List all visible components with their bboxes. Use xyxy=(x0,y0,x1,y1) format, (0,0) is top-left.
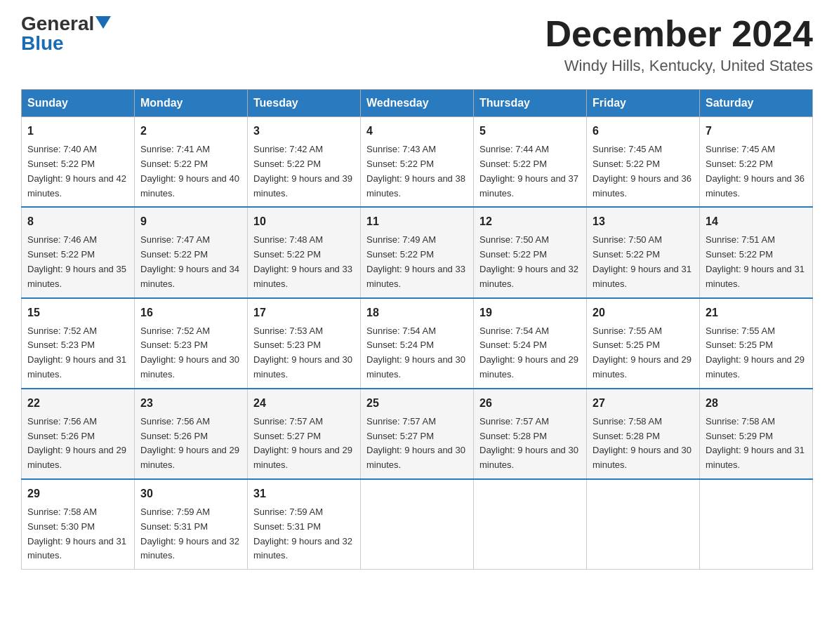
day-info: Sunrise: 7:47 AMSunset: 5:22 PMDaylight:… xyxy=(140,234,239,288)
table-cell: 11 Sunrise: 7:49 AMSunset: 5:22 PMDaylig… xyxy=(361,207,474,297)
location-title: Windy Hills, Kentucky, United States xyxy=(545,57,813,75)
day-number: 16 xyxy=(140,304,241,321)
table-cell: 23 Sunrise: 7:56 AMSunset: 5:26 PMDaylig… xyxy=(135,389,248,479)
day-info: Sunrise: 7:56 AMSunset: 5:26 PMDaylight:… xyxy=(140,416,239,470)
day-info: Sunrise: 7:43 AMSunset: 5:22 PMDaylight:… xyxy=(366,144,465,198)
table-cell: 2 Sunrise: 7:41 AMSunset: 5:22 PMDayligh… xyxy=(135,117,248,208)
header-saturday: Saturday xyxy=(700,90,813,117)
day-number: 2 xyxy=(140,123,241,140)
day-info: Sunrise: 7:52 AMSunset: 5:23 PMDaylight:… xyxy=(27,326,126,380)
table-cell: 8 Sunrise: 7:46 AMSunset: 5:22 PMDayligh… xyxy=(22,207,135,297)
day-info: Sunrise: 7:58 AMSunset: 5:29 PMDaylight:… xyxy=(706,416,805,470)
logo: General Blue xyxy=(21,14,111,53)
day-number: 12 xyxy=(479,213,581,230)
logo-triangle-icon xyxy=(95,16,111,32)
title-block: December 2024 Windy Hills, Kentucky, Uni… xyxy=(545,14,813,75)
page-header: General Blue December 2024 Windy Hills, … xyxy=(21,14,813,75)
day-number: 15 xyxy=(27,304,128,321)
day-info: Sunrise: 7:53 AMSunset: 5:23 PMDaylight:… xyxy=(253,326,352,380)
day-info: Sunrise: 7:59 AMSunset: 5:31 PMDaylight:… xyxy=(140,507,239,561)
table-cell: 1 Sunrise: 7:40 AMSunset: 5:22 PMDayligh… xyxy=(22,117,135,208)
table-cell: 12 Sunrise: 7:50 AMSunset: 5:22 PMDaylig… xyxy=(474,207,587,297)
table-cell: 27 Sunrise: 7:58 AMSunset: 5:28 PMDaylig… xyxy=(587,389,700,479)
table-cell: 20 Sunrise: 7:55 AMSunset: 5:25 PMDaylig… xyxy=(587,298,700,389)
day-info: Sunrise: 7:57 AMSunset: 5:27 PMDaylight:… xyxy=(253,416,352,470)
day-info: Sunrise: 7:50 AMSunset: 5:22 PMDaylight:… xyxy=(479,234,578,288)
table-cell: 19 Sunrise: 7:54 AMSunset: 5:24 PMDaylig… xyxy=(474,298,587,389)
day-info: Sunrise: 7:56 AMSunset: 5:26 PMDaylight:… xyxy=(27,416,126,470)
header-friday: Friday xyxy=(587,90,700,117)
day-number: 8 xyxy=(27,213,128,230)
day-info: Sunrise: 7:55 AMSunset: 5:25 PMDaylight:… xyxy=(706,326,805,380)
week-row-5: 29 Sunrise: 7:58 AMSunset: 5:30 PMDaylig… xyxy=(22,479,813,570)
day-info: Sunrise: 7:50 AMSunset: 5:22 PMDaylight:… xyxy=(593,234,691,288)
table-cell: 17 Sunrise: 7:53 AMSunset: 5:23 PMDaylig… xyxy=(248,298,361,389)
table-cell: 3 Sunrise: 7:42 AMSunset: 5:22 PMDayligh… xyxy=(248,117,361,208)
table-cell: 28 Sunrise: 7:58 AMSunset: 5:29 PMDaylig… xyxy=(700,389,813,479)
day-number: 28 xyxy=(706,395,807,412)
day-number: 27 xyxy=(593,395,694,412)
month-title: December 2024 xyxy=(545,14,813,54)
day-info: Sunrise: 7:40 AMSunset: 5:22 PMDaylight:… xyxy=(27,144,126,198)
day-number: 13 xyxy=(593,213,694,230)
day-number: 17 xyxy=(253,304,355,321)
day-number: 6 xyxy=(593,123,694,140)
day-number: 7 xyxy=(706,123,807,140)
day-number: 26 xyxy=(479,395,581,412)
table-cell: 6 Sunrise: 7:45 AMSunset: 5:22 PMDayligh… xyxy=(587,117,700,208)
day-number: 31 xyxy=(253,485,355,502)
table-cell: 24 Sunrise: 7:57 AMSunset: 5:27 PMDaylig… xyxy=(248,389,361,479)
day-number: 24 xyxy=(253,395,355,412)
day-info: Sunrise: 7:58 AMSunset: 5:30 PMDaylight:… xyxy=(27,507,126,561)
day-number: 23 xyxy=(140,395,241,412)
day-info: Sunrise: 7:45 AMSunset: 5:22 PMDaylight:… xyxy=(593,144,691,198)
table-cell: 7 Sunrise: 7:45 AMSunset: 5:22 PMDayligh… xyxy=(700,117,813,208)
table-cell: 14 Sunrise: 7:51 AMSunset: 5:22 PMDaylig… xyxy=(700,207,813,297)
day-number: 5 xyxy=(479,123,581,140)
table-cell: 4 Sunrise: 7:43 AMSunset: 5:22 PMDayligh… xyxy=(361,117,474,208)
day-info: Sunrise: 7:46 AMSunset: 5:22 PMDaylight:… xyxy=(27,234,126,288)
table-cell: 16 Sunrise: 7:52 AMSunset: 5:23 PMDaylig… xyxy=(135,298,248,389)
day-info: Sunrise: 7:58 AMSunset: 5:28 PMDaylight:… xyxy=(593,416,691,470)
day-info: Sunrise: 7:48 AMSunset: 5:22 PMDaylight:… xyxy=(253,234,352,288)
table-cell: 10 Sunrise: 7:48 AMSunset: 5:22 PMDaylig… xyxy=(248,207,361,297)
day-info: Sunrise: 7:41 AMSunset: 5:22 PMDaylight:… xyxy=(140,144,239,198)
day-number: 9 xyxy=(140,213,241,230)
week-row-1: 1 Sunrise: 7:40 AMSunset: 5:22 PMDayligh… xyxy=(22,117,813,208)
svg-marker-0 xyxy=(95,16,111,29)
day-number: 21 xyxy=(706,304,807,321)
day-number: 3 xyxy=(253,123,355,140)
header-tuesday: Tuesday xyxy=(248,90,361,117)
day-info: Sunrise: 7:55 AMSunset: 5:25 PMDaylight:… xyxy=(593,326,691,380)
week-row-3: 15 Sunrise: 7:52 AMSunset: 5:23 PMDaylig… xyxy=(22,298,813,389)
days-header-row: Sunday Monday Tuesday Wednesday Thursday… xyxy=(22,90,813,117)
day-info: Sunrise: 7:54 AMSunset: 5:24 PMDaylight:… xyxy=(479,326,578,380)
table-cell: 30 Sunrise: 7:59 AMSunset: 5:31 PMDaylig… xyxy=(135,479,248,570)
table-cell: 21 Sunrise: 7:55 AMSunset: 5:25 PMDaylig… xyxy=(700,298,813,389)
table-cell: 25 Sunrise: 7:57 AMSunset: 5:27 PMDaylig… xyxy=(361,389,474,479)
day-number: 19 xyxy=(479,304,581,321)
table-cell: 5 Sunrise: 7:44 AMSunset: 5:22 PMDayligh… xyxy=(474,117,587,208)
day-number: 22 xyxy=(27,395,128,412)
day-info: Sunrise: 7:57 AMSunset: 5:27 PMDaylight:… xyxy=(366,416,465,470)
day-info: Sunrise: 7:45 AMSunset: 5:22 PMDaylight:… xyxy=(706,144,805,198)
table-cell: 18 Sunrise: 7:54 AMSunset: 5:24 PMDaylig… xyxy=(361,298,474,389)
day-info: Sunrise: 7:52 AMSunset: 5:23 PMDaylight:… xyxy=(140,326,239,380)
logo-general: General xyxy=(21,14,94,34)
day-number: 1 xyxy=(27,123,128,140)
week-row-2: 8 Sunrise: 7:46 AMSunset: 5:22 PMDayligh… xyxy=(22,207,813,297)
day-info: Sunrise: 7:59 AMSunset: 5:31 PMDaylight:… xyxy=(253,507,352,561)
table-cell: 29 Sunrise: 7:58 AMSunset: 5:30 PMDaylig… xyxy=(22,479,135,570)
day-info: Sunrise: 7:44 AMSunset: 5:22 PMDaylight:… xyxy=(479,144,578,198)
day-number: 29 xyxy=(27,485,128,502)
table-cell xyxy=(361,479,474,570)
table-cell: 9 Sunrise: 7:47 AMSunset: 5:22 PMDayligh… xyxy=(135,207,248,297)
table-cell: 22 Sunrise: 7:56 AMSunset: 5:26 PMDaylig… xyxy=(22,389,135,479)
day-number: 30 xyxy=(140,485,241,502)
table-cell xyxy=(700,479,813,570)
day-info: Sunrise: 7:49 AMSunset: 5:22 PMDaylight:… xyxy=(366,234,465,288)
day-info: Sunrise: 7:57 AMSunset: 5:28 PMDaylight:… xyxy=(479,416,578,470)
day-info: Sunrise: 7:51 AMSunset: 5:22 PMDaylight:… xyxy=(706,234,805,288)
header-sunday: Sunday xyxy=(22,90,135,117)
week-row-4: 22 Sunrise: 7:56 AMSunset: 5:26 PMDaylig… xyxy=(22,389,813,479)
